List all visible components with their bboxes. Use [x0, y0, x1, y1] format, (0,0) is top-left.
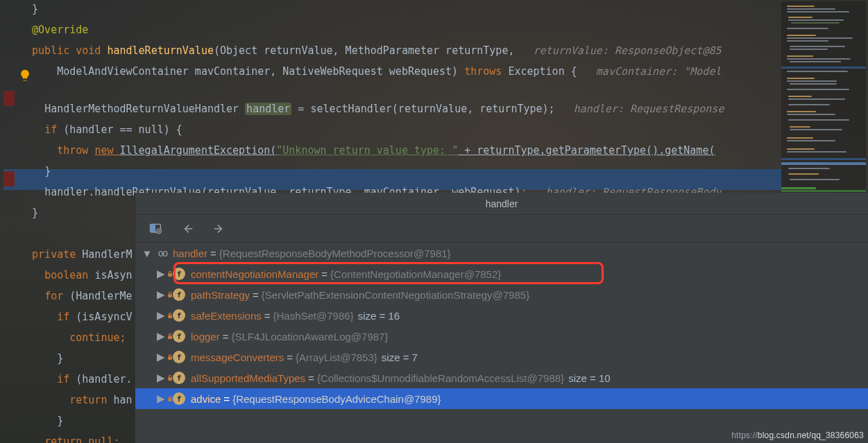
expand-arrow-icon[interactable]: ▶	[155, 392, 167, 405]
field-badge-icon: f	[173, 351, 185, 363]
field-badge-icon: f	[173, 309, 185, 322]
code-line: HandlerMethodReturnValueHandler handler …	[0, 103, 868, 123]
svg-rect-5	[168, 315, 172, 318]
object-badge-icon: oo	[156, 247, 169, 259]
variable-row[interactable]: ▶fcontentNegotiationManager={ContentNego…	[135, 263, 868, 284]
debugger-popup: handler ▼ oo handler = {RequestResponseB…	[135, 193, 868, 443]
svg-rect-8	[168, 377, 172, 381]
layout-settings-icon[interactable]	[148, 221, 163, 236]
variable-row[interactable]: ▶flogger={SLF4JLocationAwareLog@7987}	[135, 326, 868, 347]
variable-row-root[interactable]: ▼ oo handler = {RequestResponseBodyMetho…	[135, 243, 868, 263]
expand-arrow-icon[interactable]: ▼	[141, 247, 153, 259]
field-badge-icon: f	[173, 268, 185, 280]
code-line	[0, 86, 868, 103]
field-badge-icon: f	[173, 372, 185, 384]
field-badge-icon: f	[173, 392, 185, 405]
field-badge-icon: f	[173, 330, 185, 342]
code-line: if (handler == null) {	[0, 123, 868, 144]
svg-rect-3	[168, 273, 172, 277]
svg-rect-6	[168, 336, 172, 339]
expand-arrow-icon[interactable]: ▶	[155, 351, 167, 363]
variable-row[interactable]: ▶fallSupportedMediaTypes={Collections$Un…	[135, 367, 868, 388]
debugger-popup-title: handler	[135, 193, 868, 215]
svg-rect-1	[151, 224, 156, 232]
svg-rect-4	[168, 294, 172, 297]
expand-arrow-icon[interactable]: ▶	[155, 288, 167, 301]
debugger-toolbar	[135, 215, 868, 243]
variable-row[interactable]: ▶fsafeExtensions={HashSet@7986} size = 1…	[135, 305, 868, 326]
variable-row[interactable]: ▶fadvice={RequestResponseBodyAdviceChain…	[135, 388, 868, 409]
code-line: throw new IllegalArgumentException("Unkn…	[0, 144, 868, 165]
variable-row[interactable]: ▶fmessageConverters={ArrayList@7853} siz…	[135, 347, 868, 367]
expand-arrow-icon[interactable]: ▶	[155, 330, 167, 342]
watermark: https://blog.csdn.net/qq_38366063	[731, 431, 864, 440]
back-arrow-icon[interactable]	[180, 221, 195, 236]
expand-arrow-icon[interactable]: ▶	[155, 268, 167, 280]
selected-identifier: handler	[245, 103, 291, 115]
expand-arrow-icon[interactable]: ▶	[155, 372, 167, 384]
code-line: }	[0, 165, 868, 186]
code-line: ModelAndViewContainer mavContainer, Nati…	[0, 65, 868, 86]
svg-rect-9	[168, 398, 172, 401]
variable-tree[interactable]: ▼ oo handler = {RequestResponseBodyMetho…	[135, 243, 868, 443]
code-line: }	[0, 3, 868, 24]
field-badge-icon: f	[173, 288, 185, 301]
variable-row[interactable]: ▶fpathStrategy={ServletPathExtensionCont…	[135, 284, 868, 305]
expand-arrow-icon[interactable]: ▶	[155, 309, 167, 322]
forward-arrow-icon[interactable]	[212, 221, 227, 236]
code-line: @Override	[0, 24, 868, 44]
code-line: public void handleReturnValue(Object ret…	[0, 44, 868, 65]
svg-rect-7	[168, 356, 172, 360]
